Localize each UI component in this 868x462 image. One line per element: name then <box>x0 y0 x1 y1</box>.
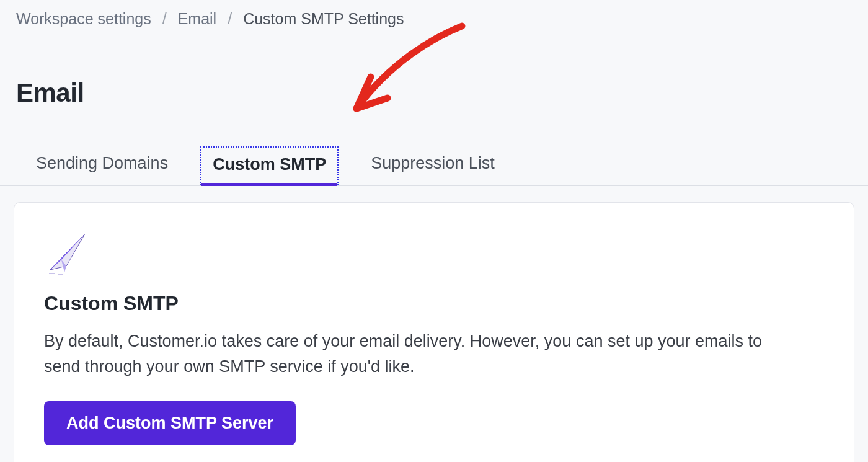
breadcrumb-separator: / <box>162 10 167 28</box>
card-title: Custom SMTP <box>44 292 824 315</box>
tab-suppression-list[interactable]: Suppression List <box>360 146 506 185</box>
tab-sending-domains[interactable]: Sending Domains <box>25 146 179 185</box>
tabs: Sending Domains Custom SMTP Suppression … <box>0 131 868 186</box>
breadcrumb: Workspace settings / Email / Custom SMTP… <box>0 0 868 42</box>
card-description: By default, Customer.io takes care of yo… <box>44 329 800 379</box>
add-custom-smtp-server-button[interactable]: Add Custom SMTP Server <box>44 401 296 445</box>
tab-custom-smtp[interactable]: Custom SMTP <box>200 146 339 185</box>
page-title: Email <box>0 60 868 114</box>
breadcrumb-current: Custom SMTP Settings <box>243 10 404 28</box>
breadcrumb-workspace-settings[interactable]: Workspace settings <box>16 10 151 28</box>
paper-plane-icon <box>44 229 824 280</box>
breadcrumb-separator: / <box>228 10 232 28</box>
custom-smtp-card: Custom SMTP By default, Customer.io take… <box>14 202 854 462</box>
breadcrumb-email[interactable]: Email <box>178 10 217 28</box>
